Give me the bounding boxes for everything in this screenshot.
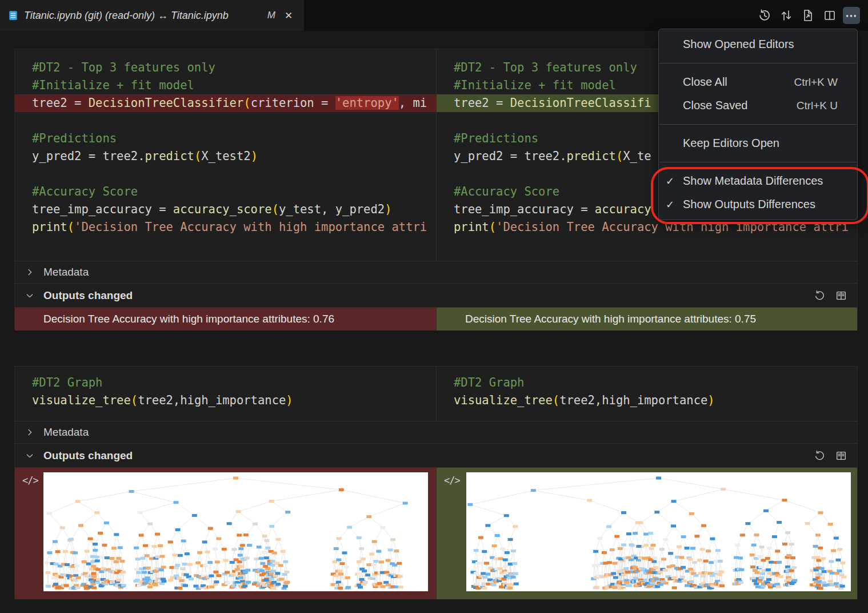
code-token: visualize_tree [32, 393, 131, 407]
menu-separator [659, 124, 857, 125]
menu-item-show-metadata-differences[interactable]: ✓Show Metadata Differences [659, 169, 857, 193]
code-pane-original[interactable]: #DT2 - Top 3 features only#Initialize + … [15, 49, 436, 261]
code-line: y_pred2 = tree2.predict(X_test2) [15, 148, 436, 165]
code-token: #DT2 - Top 3 features only [32, 61, 215, 74]
editor-actions-menu: Show Opened EditorsClose AllCtrl+K WClos… [658, 29, 858, 220]
code-token: #DT2 - Top 3 features only [454, 61, 637, 74]
swap-arrows-icon [779, 9, 793, 22]
code-pane-modified[interactable]: #DT2 Graphvisualize_tree(tree2,high_impo… [436, 367, 857, 421]
diff-editor-tab[interactable]: Titanic.ipynb (git) (read-only) ↔ Titani… [0, 0, 304, 31]
code-token: ( [616, 149, 623, 163]
code-token: criterion = [251, 96, 335, 110]
code-token: ( [194, 149, 201, 163]
notebook-icon [8, 10, 18, 21]
decision-tree-output-image-modified [466, 472, 851, 591]
close-icon[interactable]: ✕ [281, 8, 296, 23]
vscode-window: Titanic.ipynb (git) (read-only) ↔ Titani… [0, 0, 868, 613]
code-token: tree2 = [32, 96, 89, 110]
revert-outputs-button[interactable] [813, 289, 826, 302]
menu-item-close-all[interactable]: Close AllCtrl+K W [659, 70, 857, 94]
code-token: DecisionTreeClassifi [510, 96, 651, 110]
code-token: #DT2 Graph [454, 376, 524, 389]
chevron-right-icon[interactable] [24, 427, 35, 438]
open-outputs-diff-button[interactable] [834, 449, 848, 463]
code-token: tree2,high_importance [559, 393, 707, 407]
chevron-right-icon[interactable] [24, 266, 35, 278]
code-token: y_pred2 = tree2. [32, 149, 145, 163]
code-token: #Predictions [32, 132, 117, 145]
outputs-section-header[interactable]: Outputs changed [15, 283, 857, 307]
menu-item-show-outputs-differences[interactable]: ✓Show Outputs Differences [659, 193, 857, 216]
menu-item-keybinding: Ctrl+K U [797, 99, 838, 112]
check-icon: ✓ [666, 175, 683, 188]
editor-tab-bar: Titanic.ipynb (git) (read-only) ↔ Titani… [0, 0, 868, 31]
menu-item-label: Close Saved [683, 99, 747, 112]
outputs-section-header[interactable]: Outputs changed [15, 443, 857, 467]
code-token: accuracy [595, 202, 651, 216]
output-diff-region: Decision Tree Accuracy with high importa… [15, 307, 857, 331]
code-token: #Accuracy Score [454, 185, 559, 198]
code-bracket-icon[interactable]: </> [22, 475, 38, 486]
modified-badge: M [267, 10, 275, 21]
revert-outputs-button[interactable] [813, 449, 826, 463]
code-token: X_te [623, 149, 651, 163]
more-actions-button[interactable]: ⋯ [843, 7, 860, 24]
tab-title: Titanic.ipynb (git) (read-only) ↔ Titani… [24, 10, 229, 22]
check-icon: ✓ [666, 198, 683, 211]
diff-editor-icon [835, 449, 847, 462]
menu-item-keep-editors-open[interactable]: Keep Editors Open [659, 132, 857, 155]
menu-item-keybinding: Ctrl+K W [794, 76, 838, 89]
code-line: #DT2 Graph [15, 374, 436, 392]
chevron-down-icon[interactable] [24, 290, 35, 301]
discard-icon [813, 289, 826, 302]
history-button[interactable] [756, 7, 773, 24]
diff-editor-icon [835, 289, 847, 302]
metadata-label: Metadata [43, 426, 89, 439]
code-token: 'Decision Tree Accuracy with high import… [496, 220, 849, 234]
menu-item-label: Show Opened Editors [683, 38, 794, 51]
code-pane-original[interactable]: #DT2 Graphvisualize_tree(tree2,high_impo… [15, 367, 436, 421]
code-token: ( [489, 220, 496, 234]
code-line: #DT2 Graph [437, 374, 857, 392]
discard-icon [813, 449, 826, 462]
outputs-row-actions [813, 444, 848, 467]
code-token: tree2 = [454, 96, 510, 110]
menu-separator [659, 162, 857, 162]
code-token: ) [707, 393, 714, 407]
menu-item-label: Show Outputs Differences [683, 198, 815, 211]
metadata-label: Metadata [43, 266, 89, 278]
menu-item-show-opened-editors[interactable]: Show Opened Editors [659, 33, 857, 56]
code-token: predict [145, 149, 194, 163]
code-line: tree2 = DecisionTreeClassifier(criterion… [15, 94, 436, 112]
code-line: visualize_tree(tree2,high_importance) [437, 392, 857, 409]
code-token: , mi [399, 96, 427, 110]
open-outputs-diff-button[interactable] [834, 289, 848, 302]
split-editor-icon [823, 9, 837, 22]
code-bracket-icon[interactable]: </> [444, 475, 460, 486]
go-to-file-icon [801, 9, 815, 22]
menu-item-close-saved[interactable]: Close SavedCtrl+K U [659, 94, 857, 117]
split-editor-button[interactable] [821, 7, 838, 24]
open-file-button[interactable] [799, 7, 817, 24]
outputs-row-actions [813, 284, 848, 307]
code-token: ) [385, 202, 391, 216]
chevron-down-icon[interactable] [24, 450, 35, 461]
code-token: #Predictions [454, 132, 538, 145]
code-line [15, 165, 436, 183]
metadata-section-header[interactable]: Metadata [15, 261, 857, 283]
menu-item-label: Keep Editors Open [683, 137, 779, 150]
code-token: #DT2 Graph [32, 376, 102, 389]
code-token: ( [243, 96, 250, 110]
code-token: y_test, y_pred2 [279, 202, 385, 216]
code-token: tree2,high_importance [138, 393, 286, 407]
menu-item-label: Close All [683, 75, 727, 89]
code-line: print('Decision Tree Accuracy with high … [437, 218, 857, 236]
code-token: y_pred2 = tree2. [454, 149, 566, 163]
output-image-diff-region: </> </> [15, 467, 857, 599]
code-token: ( [272, 202, 279, 216]
compare-changes-button[interactable] [778, 7, 795, 24]
output-original: Decision Tree Accuracy with high importa… [15, 308, 436, 331]
notebook-cell-diff: #DT2 Graphvisualize_tree(tree2,high_impo… [14, 366, 858, 598]
metadata-section-header[interactable]: Metadata [15, 421, 857, 443]
code-token: print [32, 220, 67, 234]
